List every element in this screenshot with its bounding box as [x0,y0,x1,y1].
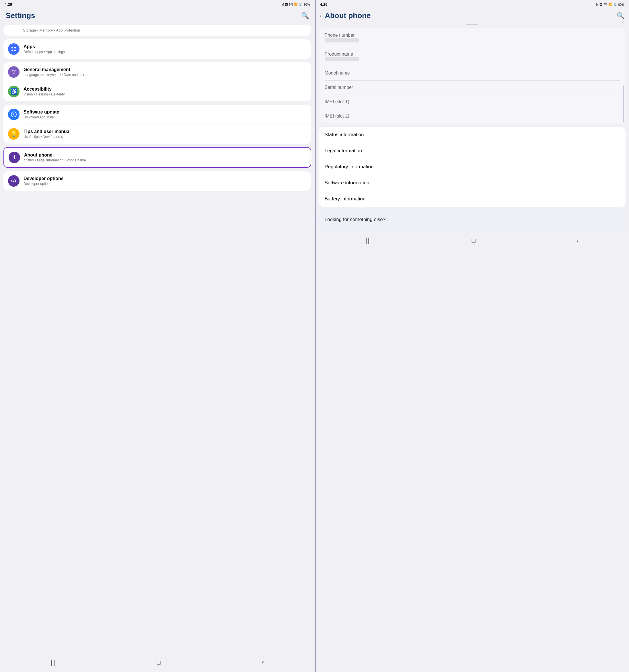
battery-left: 60% [303,3,310,6]
nav-bar-left: ||| □ ‹ [0,654,314,672]
right-panel: 4:26 M 🖼 💾 📶 📡 60% ‹ About phone 🔍 Phone… [314,0,629,672]
nav-bar-right: ||| □ ‹ [316,232,629,250]
svg-point-7 [12,70,13,71]
model-name-label: Model name [325,71,620,76]
about-info-card: Phone number Product name Model name Ser… [319,28,626,123]
card-software: Software update Download and install 💡 T… [3,105,311,144]
phone-number-value [325,39,359,43]
phone-number-label: Phone number [325,33,620,38]
recents-button-left[interactable]: ||| [50,659,55,666]
svg-point-2 [11,50,13,51]
back-button-right-nav[interactable]: ‹ [577,237,579,244]
card-about: ℹ About phone Status • Legal information… [3,147,311,168]
apps-subtitle: Default apps • App settings [24,50,307,54]
search-icon-right[interactable]: 🔍 [617,12,624,20]
section-regulatory[interactable]: Regulatory information [319,159,626,175]
svg-point-8 [14,71,16,73]
tips-title: Tips and user manual [24,129,307,134]
section-battery[interactable]: Battery information [319,191,626,207]
looking-text: Looking for something else? [325,217,386,222]
recents-button-right[interactable]: ||| [366,237,371,244]
accessibility-title: Accessibility [24,87,307,92]
settings-item-about[interactable]: ℹ About phone Status • Legal information… [4,148,311,167]
tips-text: Tips and user manual Useful tips • New f… [24,129,307,139]
section-software[interactable]: Software information [319,175,626,191]
settings-item-software[interactable]: Software update Download and install [3,105,311,124]
general-title: General management [24,67,307,72]
developer-icon [8,175,20,187]
settings-item-apps[interactable]: Apps Default apps • App settings [3,39,311,59]
settings-item-developer[interactable]: Developer options Developer options [3,171,311,191]
product-name-value [325,57,359,61]
search-icon-left[interactable]: 🔍 [301,12,309,20]
page-title-left: Settings [6,11,35,20]
about-subtitle: Status • Legal information • Phone name [24,158,306,162]
product-name-label: Product name [325,52,620,57]
info-item-serial-number[interactable]: Serial number [319,80,626,95]
svg-point-0 [11,47,13,48]
settings-item-storage[interactable]: Storage • Memory • App protection [3,25,311,36]
tips-icon: 💡 [8,128,20,140]
wifi-icon: 📶 [294,3,298,6]
storage-text: Storage • Memory • App protection [23,28,307,32]
settings-item-accessibility[interactable]: ♿ Accessibility Vision • Hearing • Dexte… [3,82,311,101]
info-item-phone-number[interactable]: Phone number [319,28,626,47]
general-subtitle: Language and keyboard • Date and time [24,73,307,77]
apps-text: Apps Default apps • App settings [24,44,307,54]
svg-point-1 [14,47,16,48]
general-text: General management Language and keyboard… [24,67,307,77]
info-item-imei1[interactable]: IMEI (slot 1) [319,95,626,109]
home-button-left[interactable]: □ [157,659,161,666]
page-title-right: About phone [325,11,371,20]
apps-icon [8,43,20,55]
signal-icon-right: 📡 [613,3,617,6]
svg-point-9 [13,73,14,74]
software-text: Software update Download and install [24,110,307,119]
about-title: About phone [24,152,306,158]
photo-icon-right: 🖼 [600,3,603,6]
info-item-model-name[interactable]: Model name [319,66,626,80]
about-icon: ℹ [8,152,20,163]
scroll-track [623,86,624,123]
wifi-icon-right: 📶 [608,3,612,6]
software-icon [8,109,20,120]
home-button-right[interactable]: □ [472,237,475,244]
right-header: ‹ About phone 🔍 [316,8,629,22]
apps-title: Apps [24,44,307,49]
imei2-label: IMEI (slot 2) [325,114,620,119]
card-developer: Developer options Developer options [3,171,311,191]
mail-icon: M [281,3,284,6]
info-item-imei2[interactable]: IMEI (slot 2) [319,109,626,123]
software-title: Software update [24,110,307,115]
settings-item-general[interactable]: General management Language and keyboard… [3,62,311,82]
time-left: 4:26 [5,2,12,7]
signal-icon: 📡 [299,3,303,6]
card-apps: Apps Default apps • App settings [3,39,311,59]
status-icons-left: M 🖼 💾 📶 📡 60% [281,3,310,6]
settings-list: Storage • Memory • App protection Apps D [0,22,314,654]
looking-card[interactable]: Looking for something else? [319,211,626,229]
about-text: About phone Status • Legal information •… [24,152,306,162]
section-status[interactable]: Status information [319,127,626,143]
info-item-product-name[interactable]: Product name [319,47,626,66]
developer-text: Developer options Developer options [24,176,307,186]
accessibility-subtitle: Vision • Hearing • Dexterity [24,92,307,96]
back-button-left[interactable]: ‹ [262,659,264,666]
about-sections-card: Status information Legal information Reg… [319,127,626,207]
battery-right: 60% [618,3,624,6]
card-storage: Storage • Memory • App protection [3,25,311,36]
developer-title: Developer options [24,176,307,181]
svg-point-3 [14,50,16,51]
serial-number-label: Serial number [325,85,620,90]
mail-icon-right: M [596,3,599,6]
time-right: 4:26 [320,2,328,7]
accessibility-icon: ♿ [8,86,20,97]
left-header: Settings 🔍 [0,8,314,22]
imei1-label: IMEI (slot 1) [325,99,620,104]
save-icon-right: 💾 [604,3,607,6]
back-button-right[interactable]: ‹ [320,12,322,19]
general-icon [8,66,20,78]
save-icon: 💾 [289,3,293,6]
section-legal[interactable]: Legal information [319,143,626,159]
settings-item-tips[interactable]: 💡 Tips and user manual Useful tips • New… [3,124,311,144]
